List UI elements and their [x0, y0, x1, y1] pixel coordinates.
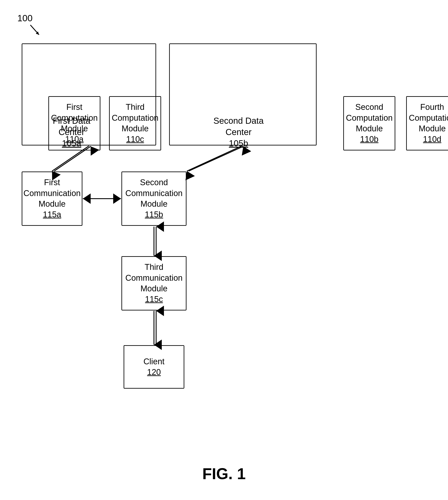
module-110d-box: FourthComputationModule 110d — [406, 96, 448, 151]
module-120-label: Client — [143, 356, 164, 367]
arrow-115b-to-dc2 — [189, 146, 243, 171]
second-dc-text: Second DataCenter — [213, 116, 263, 137]
first-dc-text: First DataCenter — [53, 116, 90, 137]
module-110b-ref: 110b — [360, 134, 379, 145]
module-115b-label: SecondCommunicationModule — [125, 177, 183, 209]
first-dc-ref: 105a — [62, 138, 81, 148]
module-115a-ref: 115a — [43, 209, 61, 220]
module-120-ref: 120 — [147, 367, 161, 378]
module-110c-box: ThirdComputationModule 110c — [109, 96, 161, 151]
module-115a-label: FirstCommunicationModule — [23, 177, 81, 209]
second-data-center-label: Second DataCenter 105b — [206, 115, 271, 149]
ref-100-arrow — [28, 24, 41, 37]
module-110d-label: FourthComputationModule — [409, 102, 448, 134]
module-115c-label: ThirdCommunicationModule — [125, 262, 183, 294]
module-115a-box: FirstCommunicationModule 115a — [22, 172, 82, 226]
module-120-box: Client 120 — [124, 345, 184, 389]
second-dc-ref: 105b — [229, 138, 248, 148]
module-110c-ref: 110c — [126, 134, 144, 145]
arrow-dc2-to-115b — [187, 146, 242, 171]
module-115c-ref: 115c — [145, 294, 163, 305]
diagram-container: 100 FirstComputationModule 110a ThirdCom… — [0, 0, 448, 500]
first-data-center-label: First DataCenter 105a — [35, 115, 108, 149]
module-115b-box: SecondCommunicationModule 115b — [121, 172, 187, 226]
module-110b-box: SecondComputationModule 110b — [343, 96, 395, 151]
module-115b-ref: 115b — [145, 209, 163, 220]
figure-label: FIG. 1 — [202, 465, 246, 483]
module-110c-label: ThirdComputationModule — [112, 102, 158, 134]
module-110b-label: SecondComputationModule — [346, 102, 392, 134]
module-115c-box: ThirdCommunicationModule 115c — [121, 256, 187, 310]
ref-100-label: 100 — [17, 13, 32, 23]
module-110d-ref: 110d — [423, 134, 442, 145]
